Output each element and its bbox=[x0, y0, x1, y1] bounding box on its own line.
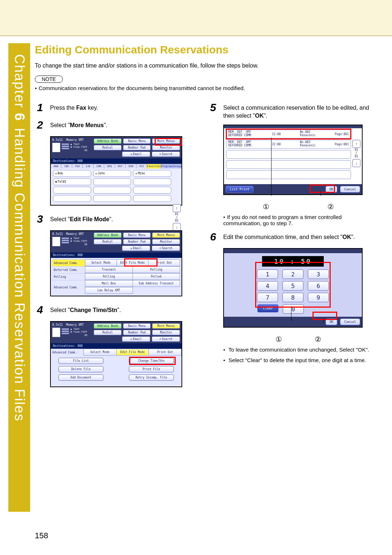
callout-2: ② bbox=[327, 202, 334, 211]
tab-ab[interactable]: #AB bbox=[51, 164, 61, 169]
number-pad-button[interactable]: Number Pad bbox=[123, 330, 151, 335]
address-book-button[interactable]: Address Book bbox=[94, 323, 122, 329]
more-menus-button[interactable]: More Menus bbox=[152, 138, 180, 144]
monitor-button[interactable]: Monitor bbox=[152, 145, 180, 150]
cancel-button[interactable]: Cancel bbox=[340, 186, 360, 193]
tab-lmn[interactable]: LMN bbox=[94, 164, 104, 169]
step-6: 6 Edit the communication time, and then … bbox=[208, 231, 373, 243]
key-0[interactable]: 0 bbox=[283, 304, 304, 314]
transmit-button[interactable]: Transmit bbox=[85, 266, 133, 273]
number-pad-button[interactable]: Number Pad bbox=[123, 145, 151, 150]
key-6[interactable]: 6 bbox=[308, 281, 329, 291]
ok-button[interactable]: OK bbox=[326, 186, 338, 193]
more-menus-button[interactable]: More Menus bbox=[152, 232, 180, 238]
step-6-note-2: Select "Clear" to delete the input time,… bbox=[223, 357, 373, 363]
select-mode-button[interactable]: Select Mode bbox=[83, 349, 117, 356]
scroll-up-button[interactable]: ↑ bbox=[352, 140, 360, 148]
basic-menu-button[interactable]: Basic Menu bbox=[123, 323, 151, 329]
sub-address-button[interactable]: Sub Address Transmit bbox=[133, 280, 180, 287]
monitor-button[interactable]: Monitor bbox=[152, 239, 180, 244]
clear-button[interactable]: Clear bbox=[257, 304, 278, 312]
mailbox-button[interactable]: Mail Box bbox=[85, 280, 133, 287]
scroll-down-button[interactable]: ↓ bbox=[352, 159, 360, 167]
cancel-button[interactable]: Cancel bbox=[340, 319, 360, 325]
polled-button[interactable]: Polled bbox=[133, 273, 180, 280]
left-column: 1 Press the Fax key. 2 Select "More Menu… bbox=[35, 101, 200, 394]
key-7[interactable]: 7 bbox=[257, 293, 278, 302]
contact-john[interactable]: ✉John bbox=[93, 170, 131, 177]
contact-tel01[interactable]: ☎Tel01 bbox=[53, 178, 91, 185]
search-button[interactable]: ⌨Search bbox=[152, 151, 180, 157]
step-5-note: If you do not need to program a timer co… bbox=[223, 214, 373, 226]
basic-menu-button[interactable]: Basic Menu bbox=[123, 232, 151, 238]
keyboard-icon: ⌨ bbox=[159, 153, 161, 156]
retry-incomp-button[interactable]: Retry Incomp. File bbox=[129, 374, 174, 381]
step-1-text: Press the Fax key. bbox=[50, 101, 98, 112]
step-6-text: Edit the communication time, and then se… bbox=[223, 231, 355, 241]
tab-program-group[interactable]: Program/Group bbox=[161, 164, 181, 169]
ok-button[interactable]: OK bbox=[326, 319, 338, 325]
print-out-button[interactable]: Print Out bbox=[149, 349, 181, 356]
step-num-3: 3 bbox=[35, 213, 45, 225]
tab-ijk[interactable]: IJK bbox=[83, 164, 93, 169]
key-9[interactable]: 9 bbox=[308, 293, 329, 302]
tab-opq[interactable]: OPQ bbox=[104, 164, 115, 169]
change-time-stn-button[interactable]: Change Time/Stn bbox=[129, 358, 174, 364]
select-mode-button[interactable]: Select Mode bbox=[85, 259, 117, 266]
search-button[interactable]: ⌨Search bbox=[152, 336, 180, 342]
print-out-button[interactable]: Print Out bbox=[148, 259, 180, 266]
tab-rst[interactable]: RST bbox=[115, 164, 126, 169]
tab-fgh[interactable]: FGH bbox=[72, 164, 83, 169]
step-2-text: Select "More Menus". bbox=[50, 119, 107, 129]
key-1[interactable]: 1 bbox=[257, 270, 278, 279]
key-2[interactable]: 2 bbox=[282, 270, 303, 279]
monitor-button[interactable]: Monitor bbox=[152, 330, 180, 335]
delete-file-button[interactable]: Delete File bbox=[58, 366, 103, 372]
tab-cde[interactable]: CDE bbox=[61, 164, 72, 169]
key-5[interactable]: 5 bbox=[282, 281, 303, 291]
polling-button[interactable]: Polling bbox=[133, 266, 180, 273]
reservation-row-1[interactable]: MEM. DEF. XMTDEFERRED COMM. 12:00 No.002… bbox=[226, 130, 351, 138]
screenshot-more-menus: 8.5x11 Memory XMT ▲ Text⊞ Fine.TIFFID Ad… bbox=[50, 136, 182, 206]
polling-button-2[interactable]: Polling bbox=[85, 273, 133, 280]
callout-1: ① bbox=[275, 335, 282, 344]
redial-button[interactable]: Redial bbox=[94, 145, 122, 150]
basic-menu-button[interactable]: Basic Menu bbox=[123, 138, 151, 144]
email-button[interactable]: ✉Email bbox=[122, 151, 150, 157]
mail-icon: ✉ bbox=[131, 153, 132, 156]
callout-1: ① bbox=[263, 202, 269, 211]
step-num-5: 5 bbox=[208, 101, 218, 114]
step-4: 4 Select "Change Time/Stn". bbox=[35, 304, 200, 316]
step-3-text: Select "Edit File Mode". bbox=[50, 213, 113, 223]
key-8[interactable]: 8 bbox=[282, 293, 303, 302]
file-list-button[interactable]: File List bbox=[58, 358, 103, 364]
redial-button[interactable]: Redial bbox=[94, 330, 122, 335]
list-print-button[interactable]: List Print bbox=[226, 186, 253, 193]
tab-favorites[interactable]: Favorites bbox=[147, 164, 161, 169]
contact-mike[interactable]: ✉Mike bbox=[133, 170, 171, 177]
step-num-2: 2 bbox=[35, 119, 45, 131]
contact-bob[interactable]: ✉Bob bbox=[53, 170, 91, 177]
edit-file-mode-button[interactable]: Edit File Mode bbox=[117, 349, 149, 356]
more-menus-button[interactable]: More Menus bbox=[152, 323, 180, 329]
search-button[interactable]: ⌨Search bbox=[152, 246, 180, 251]
email-button[interactable]: ✉Email bbox=[122, 336, 150, 342]
scroll-up-button[interactable]: ↑ bbox=[173, 204, 181, 212]
address-book-button[interactable]: Address Book bbox=[94, 232, 122, 238]
key-3[interactable]: 3 bbox=[308, 270, 329, 279]
print-file-button[interactable]: Print File bbox=[129, 366, 174, 372]
intro-text: To change the start time and/or stations… bbox=[35, 62, 383, 69]
tab-xyz[interactable]: XYZ bbox=[136, 164, 147, 169]
destinations-bar: Destinations: 000 bbox=[51, 343, 181, 349]
add-document-button[interactable]: Add Document bbox=[58, 374, 103, 381]
lan-relay-button[interactable]: Lan Relay XMT bbox=[85, 287, 133, 294]
key-4[interactable]: 4 bbox=[257, 281, 278, 291]
tab-uvw[interactable]: UVW bbox=[126, 164, 136, 169]
number-pad-button[interactable]: Number Pad bbox=[123, 239, 151, 244]
edit-file-mode-button[interactable]: Edit File Mode bbox=[117, 259, 148, 266]
redial-button[interactable]: Redial bbox=[94, 239, 122, 244]
email-button[interactable]: ✉Email bbox=[122, 246, 150, 251]
screenshot-reservation-list: MEM. DEF. XMTDEFERRED COMM. 12:00 No.002… bbox=[223, 125, 363, 195]
reservation-row-2[interactable]: MEM. DEF. XMTDEFERRED COMM. 22:00 No.003… bbox=[226, 140, 351, 149]
address-book-button[interactable]: Address Book bbox=[94, 138, 122, 144]
